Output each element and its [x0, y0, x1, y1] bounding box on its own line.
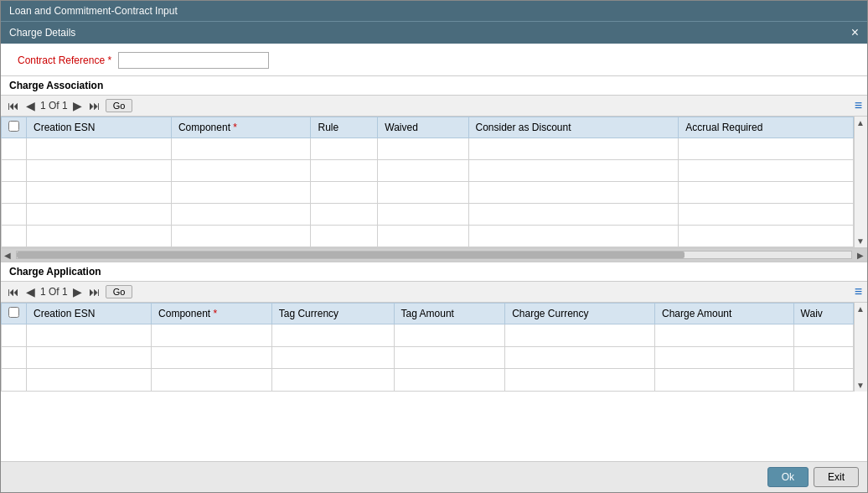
window-title: Loan and Commitment-Contract Input — [9, 5, 178, 17]
assoc-col-waived: Waived — [378, 117, 468, 138]
assoc-hscroll-left[interactable]: ◀ — [1, 250, 14, 261]
appl-col-tag-amount: Tag Amount — [394, 304, 505, 324]
prev-page-button-assoc[interactable]: ◀ — [24, 98, 37, 113]
first-page-button-appl[interactable]: ⏮ — [6, 284, 21, 299]
appl-col-component-req: * — [213, 308, 217, 319]
page-info-assoc: 1 Of 1 — [40, 100, 68, 112]
assoc-scroll-track — [855, 129, 867, 235]
assoc-scroll-up[interactable]: ▲ — [855, 117, 867, 129]
next-page-button-assoc[interactable]: ▶ — [71, 98, 84, 113]
assoc-hscroll: ◀ ▶ — [1, 248, 867, 262]
charge-association-table-area: Creation ESN Component * Rule Waived Con… — [1, 117, 854, 247]
sub-header: Charge Details × — [1, 21, 867, 44]
appl-scroll-up[interactable]: ▲ — [855, 303, 867, 315]
assoc-hscroll-track — [16, 251, 852, 259]
assoc-col-component-req: * — [233, 122, 237, 133]
assoc-col-consider-discount: Consider as Discount — [468, 117, 679, 138]
appl-scroll-track — [855, 315, 867, 379]
charge-application-body — [2, 324, 854, 392]
exit-button[interactable]: Exit — [814, 467, 859, 487]
appl-select-all[interactable] — [8, 307, 19, 318]
charge-application-table-area: Creation ESN Component * Tag Currency Ta… — [1, 303, 854, 392]
footer: Ok Exit — [1, 461, 867, 492]
assoc-col-rule: Rule — [311, 117, 378, 138]
close-button[interactable]: × — [851, 26, 859, 39]
title-bar: Loan and Commitment-Contract Input — [1, 1, 867, 21]
appl-col-waived: Waiv — [793, 304, 853, 324]
charge-association-body — [2, 138, 854, 247]
appl-scrollbar-v: ▲ ▼ — [854, 303, 867, 392]
sub-title: Charge Details — [9, 27, 75, 39]
appl-col-creation-esn: Creation ESN — [27, 304, 152, 324]
charge-association-section: Charge Association ⏮ ◀ 1 Of 1 ▶ ⏭ Go ≡ — [1, 75, 867, 248]
content-area: Contract Reference * Charge Association … — [1, 44, 867, 461]
go-button-appl[interactable]: Go — [106, 285, 133, 298]
last-page-button-assoc[interactable]: ⏭ — [87, 98, 102, 113]
assoc-hscroll-right[interactable]: ▶ — [854, 250, 867, 261]
charge-application-grid: Creation ESN Component * Tag Currency Ta… — [1, 303, 867, 392]
grid-menu-icon-appl[interactable]: ≡ — [855, 284, 862, 299]
ok-button[interactable]: Ok — [767, 467, 809, 487]
appl-scroll-down[interactable]: ▼ — [855, 379, 867, 392]
assoc-hscroll-thumb[interactable] — [17, 252, 685, 258]
charge-association-header: Charge Association — [1, 75, 867, 96]
appl-col-tag-currency: Tag Currency — [271, 304, 394, 324]
charge-application-header: Charge Application — [1, 262, 867, 282]
next-page-button-appl[interactable]: ▶ — [71, 284, 84, 299]
charge-application-table: Creation ESN Component * Tag Currency Ta… — [1, 303, 854, 392]
assoc-checkbox-header — [2, 117, 27, 138]
go-button-assoc[interactable]: Go — [106, 99, 133, 112]
main-window: Loan and Commitment-Contract Input Charg… — [0, 0, 868, 493]
prev-page-button-appl[interactable]: ◀ — [24, 284, 37, 299]
first-page-button-assoc[interactable]: ⏮ — [6, 98, 21, 113]
charge-application-section: Charge Application ⏮ ◀ 1 Of 1 ▶ ⏭ Go ≡ — [1, 262, 867, 461]
assoc-col-creation-esn: Creation ESN — [27, 117, 172, 138]
charge-association-table: Creation ESN Component * Rule Waived Con… — [1, 117, 854, 247]
page-info-appl: 1 Of 1 — [40, 286, 68, 298]
charge-association-grid: Creation ESN Component * Rule Waived Con… — [1, 117, 867, 247]
contract-reference-row: Contract Reference * — [1, 44, 867, 75]
appl-col-charge-amount: Charge Amount — [654, 304, 793, 324]
charge-application-toolbar: ⏮ ◀ 1 Of 1 ▶ ⏭ Go ≡ — [1, 282, 867, 303]
last-page-button-appl[interactable]: ⏭ — [87, 284, 102, 299]
appl-col-component: Component * — [152, 304, 272, 324]
contract-reference-label: Contract Reference * — [18, 54, 111, 66]
assoc-col-component: Component * — [171, 117, 311, 138]
assoc-scrollbar-v: ▲ ▼ — [854, 117, 867, 247]
assoc-select-all[interactable] — [8, 121, 19, 132]
assoc-col-accrual-required: Accrual Required — [679, 117, 854, 138]
assoc-scroll-down[interactable]: ▼ — [855, 235, 867, 247]
charge-association-toolbar: ⏮ ◀ 1 Of 1 ▶ ⏭ Go ≡ — [1, 96, 867, 117]
appl-col-charge-currency: Charge Currency — [505, 304, 655, 324]
contract-reference-input[interactable] — [118, 52, 269, 69]
appl-checkbox-header — [2, 304, 27, 324]
grid-menu-icon-assoc[interactable]: ≡ — [855, 98, 862, 113]
